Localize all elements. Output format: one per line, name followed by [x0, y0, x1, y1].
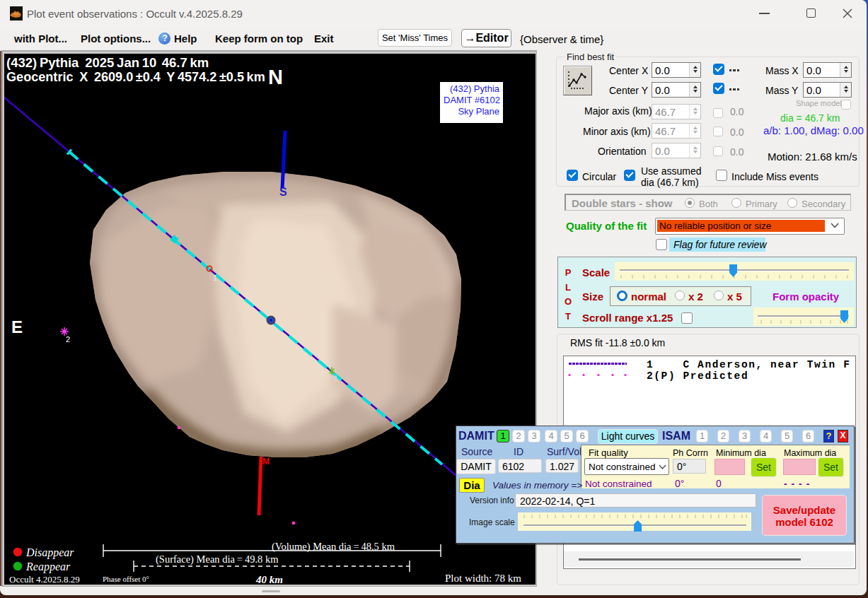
svg-text:40 km: 40 km — [255, 574, 283, 585]
svg-text:Sky Plane: Sky Plane — [458, 106, 499, 117]
svg-text:M: M — [262, 457, 270, 467]
svg-text:Reappear: Reappear — [25, 561, 71, 573]
svg-text:(Surface) Mean dia = 49.8 km: (Surface) Mean dia = 49.8 km — [156, 553, 279, 565]
svg-text:E: E — [11, 317, 23, 336]
svg-text:Geocentric X 2609.0 ±0.4 Y: Geocentric X 2609.0 ±0.4 Y 4574.2 ±0.5 k… — [6, 70, 265, 84]
svg-text:DAMIT #6102: DAMIT #6102 — [444, 95, 500, 105]
svg-text:Occult 4.2025.8.29: Occult 4.2025.8.29 — [9, 574, 80, 585]
svg-text:Plot width: 78 km: Plot width: 78 km — [445, 573, 521, 584]
svg-text:(432) Pythia: (432) Pythia — [450, 83, 500, 94]
svg-text:S: S — [279, 186, 287, 198]
svg-text:N: N — [268, 66, 283, 88]
svg-text:1: 1 — [334, 375, 338, 382]
svg-text:1 C Anderson, near Twin F: 1 C Anderson, near Twin F — [647, 359, 850, 370]
svg-text:Phase offset 0°: Phase offset 0° — [103, 575, 149, 583]
svg-text:(432) Pythia 2025 Jan 10 46.: (432) Pythia 2025 Jan 10 46.7 km — [6, 55, 209, 70]
svg-text:Disappear: Disappear — [25, 546, 74, 559]
svg-text:2(P) Predicted: 2(P) Predicted — [647, 370, 748, 382]
svg-text:2: 2 — [66, 335, 70, 344]
svg-text:1: 1 — [213, 274, 217, 282]
